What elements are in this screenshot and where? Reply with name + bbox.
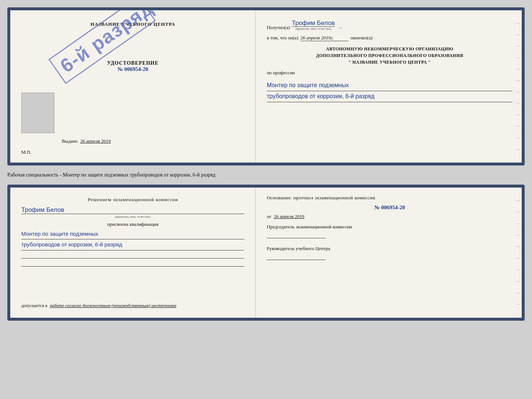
right-margin-lines [514, 10, 522, 163]
resheniem-text: Решением экзаменационной комиссии [21, 197, 244, 203]
predsedatel-block: Председатель экзаменационной комиссии [267, 224, 513, 238]
poluchil-label: Получил(а) [267, 25, 290, 31]
poluchil-subtitle: (фамилия, имя, отчество) [292, 27, 335, 31]
cert-bot-right: Основание: протокол экзаменационной коми… [256, 188, 522, 318]
margin-line [516, 81, 520, 81]
rukovoditel-signature [267, 253, 326, 260]
margin-line [516, 293, 520, 293]
margin-line [516, 46, 520, 46]
dopuskaetsya-value: работе согласно должностным (производств… [50, 303, 176, 308]
predsedatel-label: Председатель экзаменационной комиссии [267, 224, 513, 230]
profession-line2: трубопроводов от коррозии, 6-й разряд [267, 91, 513, 102]
vtom-date: 26 апреля 2019г. [301, 35, 348, 41]
margin-line [516, 235, 520, 235]
qualification-line1: Монтер по защите подземных [21, 229, 244, 240]
working-specialty: Рабочая специальность - Монтер по защите… [7, 170, 525, 180]
rukovoditel-label: Руководитель учебного Центра [267, 246, 513, 252]
profession-line1: Монтер по защите подземных [267, 80, 513, 91]
udost-block: УДОСТОВЕРЕНИЕ № 006954-20 [107, 60, 158, 72]
org-line2: ДОПОЛНИТЕЛЬНОГО ПРОФЕССИОНАЛЬНОГО ОБРАЗО… [267, 52, 513, 59]
ot-label: от [267, 214, 271, 219]
cert-bot-left: Решением экзаменационной комиссии Трофим… [10, 188, 256, 318]
margin-line [516, 258, 520, 259]
poluchil-dash: – [339, 25, 342, 31]
margin-line [516, 149, 520, 150]
dopuskaetsya-label: допускается к [21, 303, 47, 308]
udost-label: УДОСТОВЕРЕНИЕ [107, 60, 158, 66]
profession-block: Монтер по защите подземных трубопроводов… [267, 80, 513, 102]
right-margin-lines-bot [514, 188, 522, 318]
ot-date: от 26 апреля 2019 [267, 214, 513, 220]
org-line1: АВТОНОМНУЮ НЕКОММЕРЧЕСКУЮ ОРГАНИЗАЦИЮ [267, 46, 513, 52]
margin-line [516, 126, 520, 127]
bot-name-handwritten: Трофим Белов [21, 206, 244, 214]
osnovanie-block: Основание: протокол экзаменационной коми… [267, 195, 513, 201]
school-title-top: НАЗВАНИЕ УЧЕБНОГО ЦЕНТРА [90, 21, 175, 27]
margin-line [516, 23, 520, 24]
margin-line [516, 58, 520, 58]
protocol-number: № 006954-20 [267, 204, 513, 211]
rukovoditel-block: Руководитель учебного Центра [267, 246, 513, 260]
org-line3: " НАЗВАНИЕ УЧЕБНОГО ЦЕНТРА " [267, 59, 513, 65]
margin-line [516, 69, 520, 70]
margin-line [516, 224, 520, 224]
margin-line [516, 270, 520, 270]
vydano-date: 26 апреля 2019 [80, 138, 111, 144]
okochil-label: окончил(а) [351, 35, 373, 41]
certificate-top: НАЗВАНИЕ УЧЕБНОГО ЦЕНТРА 6-й разряд УДОС… [7, 7, 525, 165]
page-wrapper: НАЗВАНИЕ УЧЕБНОГО ЦЕНТРА 6-й разряд УДОС… [7, 7, 525, 321]
margin-line [516, 281, 520, 282]
certificate-bottom: Решением экзаменационной комиссии Трофим… [7, 185, 525, 321]
dopuskaetsya-block: допускается к работе согласно должностны… [21, 303, 244, 309]
margin-line [516, 103, 520, 104]
bot-name-subtitle: (фамилия, имя, отчество) [21, 215, 244, 218]
mp-label: М.П. [21, 149, 31, 155]
predsedatel-signature [267, 232, 326, 238]
poluchil-row: Получил(а) Трофим Белов (фамилия, имя, о… [267, 19, 513, 31]
udost-number: № 006954-20 [107, 66, 158, 72]
photo-placeholder [21, 93, 54, 133]
po-professii-label: по профессии [267, 70, 513, 76]
vydano-label: Выдано [62, 138, 78, 144]
vtom-label: в том, что он(а) [267, 35, 298, 41]
margin-line [516, 138, 520, 138]
margin-line [516, 35, 520, 35]
org-block: АВТОНОМНУЮ НЕКОММЕРЧЕСКУЮ ОРГАНИЗАЦИЮ ДО… [267, 46, 513, 65]
stamp-diagonal: 6-й разряд [48, 7, 156, 84]
poluchil-name: Трофим Белов [292, 19, 335, 27]
qualification-line2: трубопроводов от коррозии, 6-й разряд [21, 239, 244, 250]
margin-line [516, 304, 520, 304]
vydano-block: Выдано 26 апреля 2019 [62, 138, 111, 144]
vtom-row: в том, что он(а) 26 апреля 2019г. окончи… [267, 35, 513, 41]
margin-line [516, 92, 520, 92]
cert-top-left: НАЗВАНИЕ УЧЕБНОГО ЦЕНТРА 6-й разряд УДОС… [10, 10, 256, 163]
prisvoena-text: присвоена квалификация [21, 221, 244, 227]
margin-line [516, 212, 520, 212]
margin-line [516, 200, 520, 201]
ot-date-value: 26 апреля 2019 [274, 214, 304, 219]
margin-line [516, 246, 520, 247]
margin-line [516, 115, 520, 115]
cert-top-right: Получил(а) Трофим Белов (фамилия, имя, о… [256, 10, 522, 163]
